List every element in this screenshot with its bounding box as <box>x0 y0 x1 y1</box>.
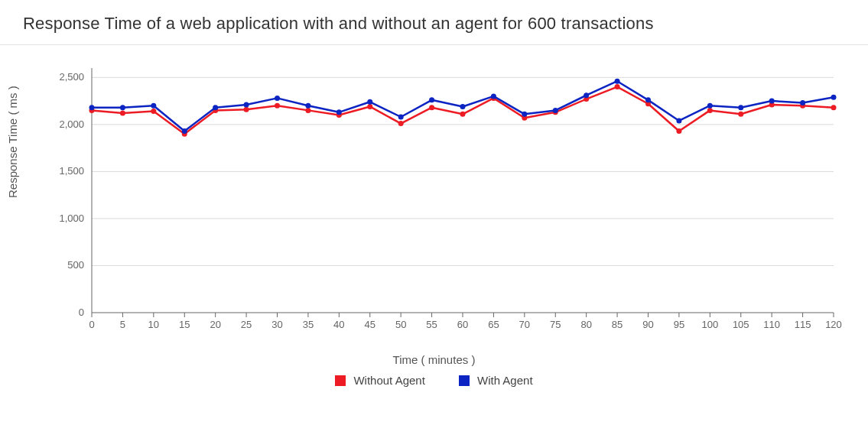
svg-text:20: 20 <box>210 319 220 330</box>
svg-text:120: 120 <box>825 319 842 330</box>
chart-title: Response Time of a web application with … <box>0 0 868 44</box>
svg-point-88 <box>89 105 95 110</box>
svg-text:25: 25 <box>241 319 252 330</box>
svg-point-108 <box>707 103 713 109</box>
legend-label: With Agent <box>477 374 533 387</box>
svg-text:60: 60 <box>457 319 468 330</box>
svg-text:0: 0 <box>79 307 84 318</box>
svg-point-69 <box>275 103 280 109</box>
svg-text:115: 115 <box>795 319 811 330</box>
svg-point-87 <box>831 105 837 110</box>
svg-point-103 <box>553 108 558 113</box>
svg-text:65: 65 <box>488 319 499 330</box>
svg-point-111 <box>800 100 805 105</box>
svg-text:5: 5 <box>120 319 125 330</box>
svg-text:50: 50 <box>395 319 406 330</box>
svg-text:500: 500 <box>67 259 84 271</box>
svg-text:90: 90 <box>642 319 653 330</box>
svg-point-98 <box>398 115 404 120</box>
svg-text:45: 45 <box>365 319 375 330</box>
legend-swatch-icon <box>335 375 346 386</box>
svg-point-110 <box>769 99 775 104</box>
chart-area: Response Time ( ms ) 05001,0001,5002,000… <box>0 45 868 374</box>
svg-point-95 <box>305 103 310 109</box>
svg-text:10: 10 <box>148 319 159 330</box>
svg-point-97 <box>367 99 372 105</box>
svg-point-109 <box>738 105 743 110</box>
legend: Without Agent With Agent <box>0 374 868 388</box>
svg-text:0: 0 <box>89 319 94 330</box>
svg-point-83 <box>707 108 713 113</box>
svg-point-82 <box>676 128 681 134</box>
plot-svg: 05001,0001,5002,0002,5000510152025303540… <box>46 60 849 351</box>
svg-text:55: 55 <box>426 319 437 330</box>
svg-point-64 <box>120 111 125 116</box>
svg-point-68 <box>244 107 249 112</box>
svg-point-74 <box>429 105 434 110</box>
legend-item-with-agent: With Agent <box>459 374 533 387</box>
svg-text:110: 110 <box>763 319 780 330</box>
svg-text:1,000: 1,000 <box>59 213 84 224</box>
svg-text:35: 35 <box>303 319 314 330</box>
svg-point-92 <box>213 105 218 110</box>
svg-text:40: 40 <box>333 319 344 330</box>
legend-item-without-agent: Without Agent <box>335 374 424 387</box>
svg-point-89 <box>120 105 125 110</box>
svg-point-75 <box>460 112 466 117</box>
svg-text:95: 95 <box>674 319 684 330</box>
legend-swatch-icon <box>459 375 470 386</box>
y-axis-label: Response Time ( ms ) <box>6 86 19 198</box>
svg-point-100 <box>460 104 466 109</box>
svg-text:100: 100 <box>701 319 718 330</box>
svg-point-94 <box>275 96 280 101</box>
svg-text:2,500: 2,500 <box>59 71 84 83</box>
svg-point-84 <box>738 112 743 117</box>
svg-text:85: 85 <box>612 319 623 330</box>
svg-point-70 <box>305 108 310 113</box>
svg-point-99 <box>429 97 434 102</box>
svg-point-65 <box>151 109 156 114</box>
svg-point-102 <box>522 112 527 117</box>
svg-text:2,000: 2,000 <box>59 118 84 130</box>
svg-point-90 <box>151 103 156 109</box>
svg-text:105: 105 <box>733 319 749 330</box>
svg-point-107 <box>676 118 681 123</box>
svg-text:70: 70 <box>519 319 530 330</box>
svg-text:30: 30 <box>271 319 282 330</box>
legend-label: Without Agent <box>353 374 424 387</box>
svg-point-72 <box>367 104 372 109</box>
svg-text:15: 15 <box>179 319 190 330</box>
svg-text:1,500: 1,500 <box>59 165 84 177</box>
svg-point-73 <box>398 121 404 126</box>
svg-point-101 <box>491 93 496 99</box>
svg-point-106 <box>645 97 651 102</box>
svg-text:75: 75 <box>550 319 561 330</box>
svg-point-104 <box>584 92 589 98</box>
svg-point-93 <box>244 102 249 108</box>
svg-text:80: 80 <box>580 319 591 330</box>
x-axis-label: Time ( minutes ) <box>0 353 868 366</box>
svg-point-105 <box>615 79 620 84</box>
svg-point-96 <box>336 109 342 115</box>
svg-point-80 <box>615 84 620 89</box>
svg-point-91 <box>182 128 187 134</box>
svg-point-112 <box>831 95 837 100</box>
